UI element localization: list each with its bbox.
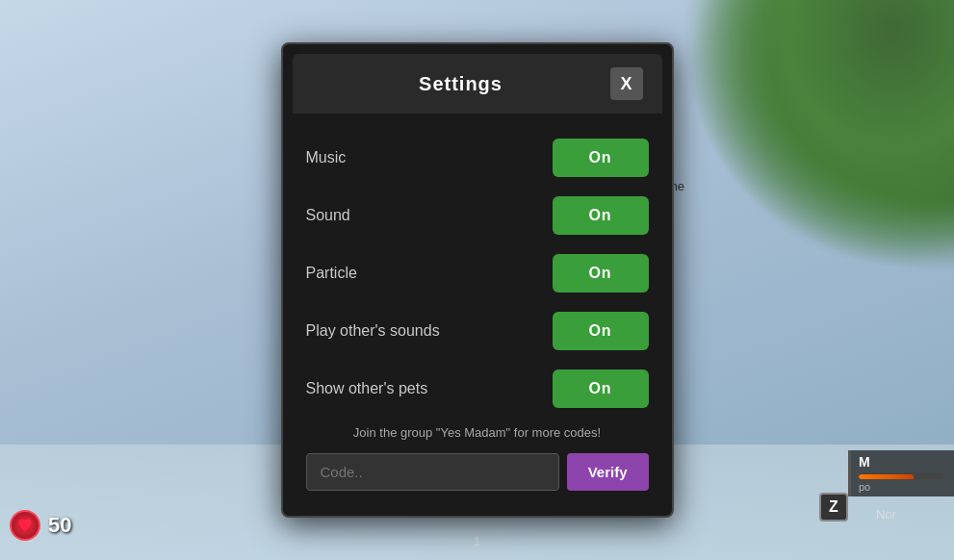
settings-row-particle: Particle On (306, 244, 649, 302)
settings-modal: Settings X Music On Sound On Particle On (281, 42, 674, 518)
sound-toggle[interactable]: On (553, 196, 649, 235)
close-button[interactable]: X (610, 67, 643, 100)
particle-toggle[interactable]: On (553, 254, 649, 293)
modal-header: Settings X (293, 54, 662, 114)
sound-label: Sound (306, 207, 350, 224)
settings-row-music: Music On (306, 129, 649, 187)
code-input[interactable] (306, 453, 559, 491)
modal-overlay: Settings X Music On Sound On Particle On (0, 0, 954, 560)
music-label: Music (306, 149, 347, 166)
settings-row-others-sounds: Play other's sounds On (306, 302, 649, 360)
settings-row-sound: Sound On (306, 187, 649, 244)
others-sounds-label: Play other's sounds (306, 322, 440, 340)
promo-text: Join the group "Yes Madam" for more code… (306, 425, 649, 440)
verify-button[interactable]: Verify (567, 453, 649, 491)
music-toggle[interactable]: On (553, 139, 649, 177)
others-sounds-toggle[interactable]: On (553, 312, 649, 350)
settings-row-others-pets: Show other's pets On (306, 360, 649, 418)
others-pets-label: Show other's pets (306, 380, 428, 397)
particle-label: Particle (306, 265, 357, 282)
others-pets-toggle[interactable]: On (553, 369, 649, 408)
code-row: Verify (306, 453, 649, 491)
modal-title: Settings (312, 73, 610, 95)
modal-body: Music On Sound On Particle On Play other… (283, 114, 672, 516)
